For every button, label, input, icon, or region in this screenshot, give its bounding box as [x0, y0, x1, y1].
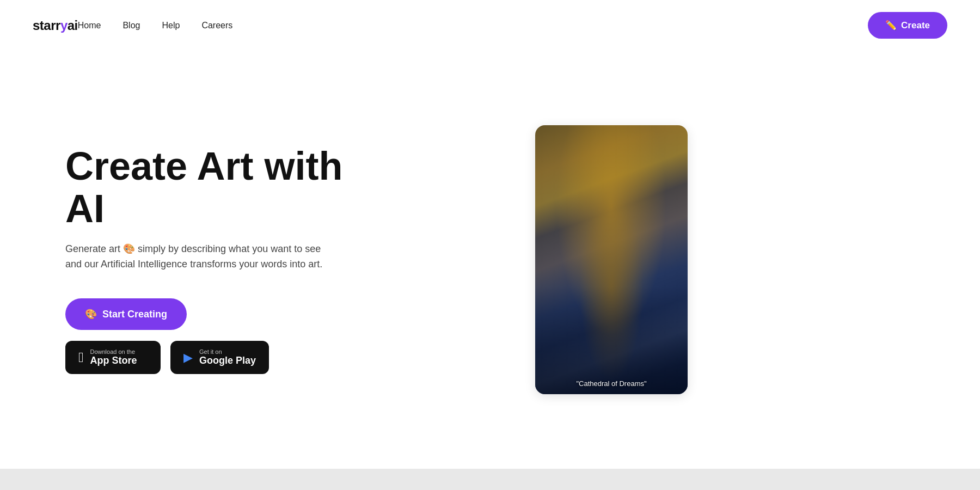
- brush-icon: 🎨: [85, 308, 97, 320]
- app-store-small-text: Download on the: [90, 348, 136, 355]
- pencil-icon: ✏️: [885, 20, 897, 31]
- store-buttons:  Download on the App Store ▶ Get it on …: [65, 341, 381, 374]
- hero-right: "Cathedral of Dreams": [381, 125, 947, 394]
- nav-home-link[interactable]: Home: [78, 21, 101, 30]
- google-play-icon: ▶: [183, 351, 193, 365]
- hero-section: Create Art with AI Generate art 🎨 simply…: [0, 51, 980, 469]
- app-store-button[interactable]:  Download on the App Store: [65, 341, 161, 374]
- google-play-large-text: Google Play: [199, 355, 256, 366]
- nav-create-button[interactable]: ✏️ Create: [868, 12, 947, 39]
- nav-links: Home Blog Help Careers: [78, 21, 233, 30]
- apple-icon: : [78, 349, 84, 366]
- nav-help-link[interactable]: Help: [162, 21, 180, 30]
- nav-logo: starryai: [33, 18, 78, 33]
- hero-left: Create Art with AI Generate art 🎨 simply…: [65, 145, 381, 374]
- art-gallery: "Cathedral of Dreams": [535, 125, 837, 394]
- hero-subtitle: Generate art 🎨 simply by describing what…: [65, 242, 327, 272]
- footer-bar: [0, 469, 980, 490]
- hero-title: Create Art with AI: [65, 145, 381, 230]
- hero-cta: 🎨 Start Creating  Download on the App S…: [65, 298, 381, 374]
- start-creating-button[interactable]: 🎨 Start Creating: [65, 298, 187, 330]
- google-play-small-text: Get it on: [199, 348, 222, 355]
- art-label-cathedral: "Cathedral of Dreams": [535, 379, 688, 388]
- nav-blog-link[interactable]: Blog: [122, 21, 140, 30]
- nav-careers-link[interactable]: Careers: [201, 21, 232, 30]
- art-card-cathedral[interactable]: "Cathedral of Dreams": [535, 125, 688, 394]
- app-store-large-text: App Store: [90, 355, 137, 366]
- navbar: starryai Home Blog Help Careers ✏️ Creat…: [0, 0, 980, 51]
- google-play-button[interactable]: ▶ Get it on Google Play: [170, 341, 269, 374]
